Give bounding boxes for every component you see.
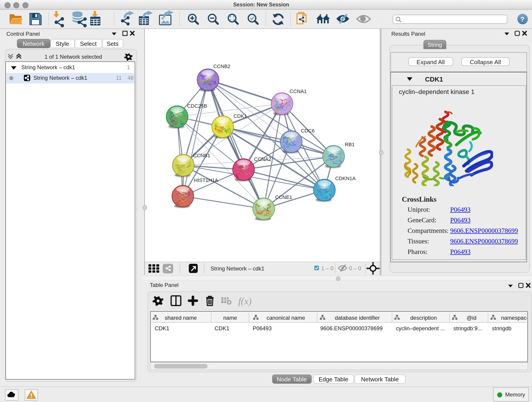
svg-text:0 – 0: 0 – 0 — [349, 265, 361, 271]
svg-text:cyclin–dependent ...: cyclin–dependent ... — [396, 325, 444, 331]
svg-text:CCNB2: CCNB2 — [213, 63, 230, 69]
svg-text:stringdb: stringdb — [492, 325, 511, 331]
svg-text:description: description — [410, 314, 437, 321]
svg-text:canonical name: canonical name — [266, 314, 305, 321]
svg-text:RB1: RB1 — [345, 141, 355, 147]
svg-text:CCNA2: CCNA2 — [254, 156, 271, 162]
svg-text:CCNB1: CCNB1 — [193, 153, 210, 158]
svg-text:CDK1: CDK1 — [233, 113, 247, 119]
svg-text:shared name: shared name — [165, 314, 196, 321]
svg-text:database identifier: database identifier — [335, 314, 380, 321]
svg-text:String Network – cdk1: String Network – cdk1 — [210, 265, 264, 272]
svg-text:CCNA1: CCNA1 — [289, 88, 307, 94]
svg-text:HIST1H1A: HIST1H1A — [194, 177, 218, 183]
svg-text:name: name — [223, 314, 237, 321]
svg-text:namespace: namespace — [501, 314, 527, 321]
svg-text:CDC25B: CDC25B — [187, 103, 207, 109]
svg-text:CDK1: CDK1 — [154, 325, 169, 331]
svg-text:P06493: P06493 — [253, 325, 272, 331]
svg-text:1 – 0: 1 – 0 — [321, 265, 333, 271]
svg-text:CCNE1: CCNE1 — [275, 194, 292, 200]
svg-text:9606.ENSP00000378699: 9606.ENSP00000378699 — [320, 325, 382, 331]
svg-text:CDKN1A: CDKN1A — [335, 175, 355, 181]
svg-text:@id: @id — [466, 314, 476, 321]
svg-text:stringdb:9...: stringdb:9... — [453, 325, 482, 331]
svg-text:CDK1: CDK1 — [215, 325, 229, 331]
svg-text:CDC6: CDC6 — [301, 128, 314, 133]
